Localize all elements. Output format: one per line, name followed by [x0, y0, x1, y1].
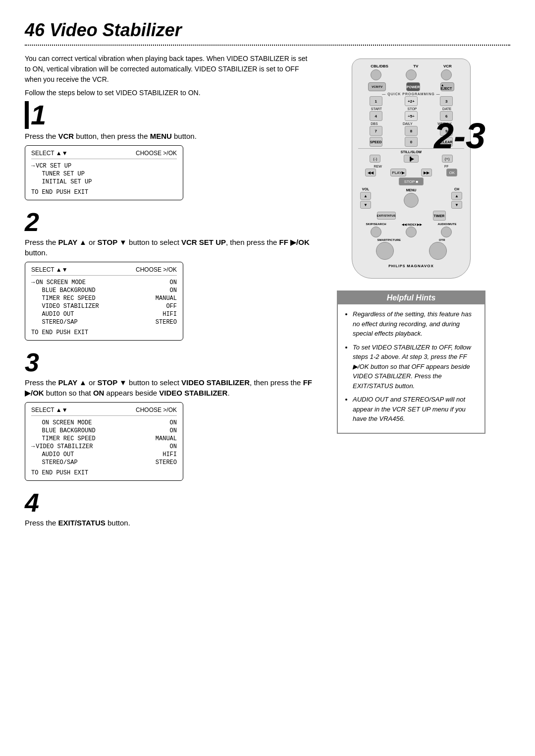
remote-control-container: CBL/DBS TV VCR VCR/TV POWER ▲ EJECT — QU… — [342, 58, 481, 279]
menu-footer: TO END PUSH EXIT — [31, 189, 177, 196]
menu-col: MENU — [404, 188, 419, 208]
tv-button[interactable] — [406, 69, 417, 80]
menu-select-label: SELECT ▲▼ — [31, 266, 68, 273]
step-3: 3 Press the PLAY ▲ or STOP ▼ button to s… — [25, 349, 312, 481]
smart-otr-row — [358, 242, 464, 260]
hint-item: To set VIDEO STABILIZER to OFF, follow s… — [353, 343, 478, 391]
vcr-button[interactable] — [441, 69, 452, 80]
minus-button[interactable]: (-) — [370, 155, 380, 163]
page-title: 46 Video Stabilizer — [25, 20, 510, 41]
menu-footer: TO END PUSH EXIT — [31, 469, 177, 476]
row1-labels: START STOP DATE — [358, 107, 464, 111]
cbl-dbs-button[interactable] — [371, 69, 381, 80]
exit-status-button[interactable]: EXIT/STATUS — [377, 212, 396, 220]
menu-row: TUNER SET UP — [31, 170, 177, 178]
menu-row: BLUE BACKGROUND ON — [31, 287, 177, 294]
ch-up-button[interactable]: ▲ — [451, 192, 462, 200]
otr-button[interactable] — [429, 242, 447, 260]
step-1-number: 1 — [25, 101, 35, 129]
intro-text-2: Follow the steps below to set VIDEO STAB… — [25, 88, 312, 98]
menu-row: VCR SET UP — [31, 162, 177, 170]
step-1-instruction: Press the VCR button, then press the MEN… — [25, 131, 312, 141]
vol-down-button[interactable]: ▼ — [360, 201, 371, 209]
quick-programming-label: — QUICK PROGRAMMING — — [358, 92, 464, 96]
power-button[interactable]: POWER — [406, 82, 420, 91]
eject-button[interactable]: ▲ EJECT — [440, 82, 454, 91]
menu-footer: TO END PUSH EXIT — [31, 329, 177, 336]
menu-label: MENU — [406, 188, 417, 192]
vol-label: VOL — [362, 187, 369, 191]
step-3-instruction: Press the PLAY ▲ or STOP ▼ button to sel… — [25, 377, 312, 398]
menu-header: SELECT ▲▼ CHOOSE >/OK — [31, 407, 177, 416]
brand-magnavox: MAGNAVOX — [407, 264, 434, 268]
step-3-menu: SELECT ▲▼ CHOOSE >/OK ON SCREEN MODE ON … — [25, 402, 183, 481]
step-overlay: 2-3 — [434, 118, 485, 154]
menu-row: ON SCREEN MODE ON — [31, 279, 177, 287]
step-2-instruction: Press the PLAY ▲ or STOP ▼ button to sel… — [25, 237, 312, 258]
section-divider — [25, 45, 510, 46]
plus-button[interactable]: (+) — [442, 155, 453, 163]
skip-search-button[interactable] — [371, 227, 381, 237]
num-row-1: 1 +2+ 3 — [358, 96, 464, 106]
menu-select-label: SELECT ▲▼ — [31, 407, 68, 413]
exit-timer-row: EXIT/STATUS TIMER — [358, 211, 464, 221]
intro-text-1: You can correct vertical vibration when … — [25, 54, 312, 85]
key-5[interactable]: ÷5÷ — [405, 111, 418, 121]
ch-col: CH ▲ ▼ — [451, 187, 462, 209]
transport-row: ◀◀ PLAY▶ ▶▶ OK — [358, 169, 464, 176]
menu-choose-label: CHOOSE >/OK — [136, 266, 177, 273]
play-button[interactable]: PLAY▶ — [390, 169, 406, 176]
timer-button[interactable]: TIMER — [433, 211, 446, 221]
step-1-menu: SELECT ▲▼ CHOOSE >/OK VCR SET UP TUNER S… — [25, 145, 183, 200]
hint-item: AUDIO OUT and STEREO/SAP will not appear… — [353, 395, 478, 424]
hint-item: Regardless of the setting, this feature … — [353, 309, 478, 339]
step-1: 1 Press the VCR button, then press the M… — [25, 101, 312, 200]
smart-otr-labels: SMARTPICTURE OTR — [358, 238, 464, 241]
brand-philips: PHILIPS — [388, 264, 407, 268]
key-0[interactable]: 0 — [405, 137, 418, 147]
step-4: 4 Press the EXIT/STATUS button. — [25, 490, 312, 528]
vol-up-button[interactable]: ▲ — [360, 192, 371, 200]
step-4-number: 4 — [25, 490, 312, 516]
still-button[interactable]: ▐▶ — [404, 155, 419, 163]
index-button[interactable] — [406, 227, 417, 237]
step-2-number: 2 — [25, 209, 312, 235]
step-2: 2 Press the PLAY ▲ or STOP ▼ button to s… — [25, 209, 312, 341]
ch-down-button[interactable]: ▼ — [451, 201, 462, 209]
menu-row: VIDEO STABILIZER OFF — [31, 302, 177, 310]
vol-ch-row: VOL ▲ ▼ MENU CH ▲ ▼ — [358, 187, 464, 209]
key-4[interactable]: 4 — [370, 111, 382, 121]
skip-index-labels: SKIP/SEARCH ◀◀ INDEX ▶▶ AUDIO/MUTE — [358, 223, 464, 226]
key-8[interactable]: 8 — [405, 126, 418, 136]
menu-choose-label: CHOOSE >/OK — [136, 150, 177, 157]
left-column: You can correct vertical vibration when … — [25, 54, 312, 532]
ff-button[interactable]: ▶▶ — [421, 169, 432, 176]
hints-content: Regardless of the setting, this feature … — [338, 304, 484, 433]
menu-row: TIMER REC SPEED MANUAL — [31, 294, 177, 302]
menu-row: ON SCREEN MODE ON — [31, 419, 177, 427]
stop-row: STOP ■ — [358, 177, 464, 185]
menu-button[interactable] — [404, 193, 419, 208]
audio-mute-button[interactable] — [441, 227, 452, 237]
menu-row: TIMER REC SPEED MANUAL — [31, 435, 177, 443]
ok-button[interactable]: OK — [446, 169, 457, 176]
step-2-menu: SELECT ▲▼ CHOOSE >/OK ON SCREEN MODE ON … — [25, 262, 183, 341]
menu-row: VIDEO STABILIZER ON — [31, 443, 177, 451]
stop-button[interactable]: STOP ■ — [399, 177, 424, 185]
hints-list: Regardless of the setting, this feature … — [345, 309, 478, 424]
menu-header: SELECT ▲▼ CHOOSE >/OK — [31, 150, 177, 159]
rew-button[interactable]: ◀◀ — [365, 169, 376, 176]
vcr-tv-button[interactable]: VCR/TV — [368, 82, 386, 91]
key-2[interactable]: +2+ — [405, 96, 418, 106]
menu-row: AUDIO OUT HIFI — [31, 451, 177, 459]
key-1[interactable]: 1 — [370, 96, 382, 106]
smartpicture-button[interactable] — [376, 242, 394, 260]
key-3[interactable]: 3 — [440, 96, 453, 106]
key-7[interactable]: 7 — [370, 126, 382, 136]
speed-button[interactable]: SPEED — [370, 137, 382, 147]
transport-labels: REW FF — [358, 165, 464, 168]
helpful-hints-box: Helpful Hints Regardless of the setting,… — [337, 291, 485, 434]
ch-label: CH — [454, 187, 459, 191]
menu-row: BLUE BACKGROUND ON — [31, 427, 177, 435]
menu-row: INITIAL SET UP — [31, 178, 177, 186]
